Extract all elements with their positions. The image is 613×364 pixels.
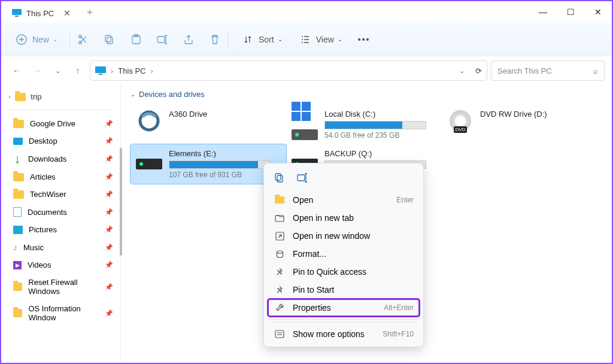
context-item-show-more-options[interactable]: Show more optionsShift+F10 <box>268 325 420 343</box>
context-item-pin-to-start[interactable]: Pin to Start <box>268 281 420 299</box>
minimize-button[interactable]: ― <box>529 1 557 23</box>
chevron-down-icon: ⌄ <box>53 36 57 43</box>
drive-item[interactable]: A360 Drive <box>131 105 286 144</box>
sidebar-item[interactable]: TechWiser📌 <box>1 186 120 203</box>
rename-icon[interactable] <box>294 169 311 186</box>
video-icon: ▶ <box>13 261 22 269</box>
new-button[interactable]: New ⌄ <box>8 29 63 50</box>
new-tab-button[interactable]: ＋ <box>79 1 101 23</box>
recent-dropdown[interactable]: ⌄ <box>49 62 66 79</box>
chevron-down-icon: ⌄ <box>338 36 342 43</box>
close-button[interactable]: ✕ <box>584 1 612 23</box>
address-bar[interactable]: › This PC › ⌄ ⟳ <box>90 60 487 81</box>
refresh-icon[interactable]: ⟳ <box>475 66 482 75</box>
chevron-right-icon[interactable]: › <box>151 66 153 75</box>
context-item-pin-to-quick-access[interactable]: Pin to Quick access <box>268 263 420 281</box>
tab-close-icon[interactable]: ✕ <box>63 8 71 18</box>
chevron-right-icon[interactable]: › <box>111 66 113 75</box>
sidebar-item[interactable]: OS Information Window📌 <box>1 300 120 326</box>
sidebar-label: Videos <box>28 260 51 269</box>
sort-icon <box>241 32 255 47</box>
drive-item[interactable]: DVDDVD RW Drive (D:) <box>442 105 597 144</box>
address-dropdown-icon[interactable]: ⌄ <box>459 67 465 75</box>
folder-icon <box>13 173 24 181</box>
context-shortcut: Enter <box>396 196 414 204</box>
sidebar-item[interactable]: Google Drive📌 <box>1 115 120 132</box>
plus-circle-icon <box>14 32 29 47</box>
folder-icon <box>13 283 22 291</box>
folder-icon <box>13 309 22 317</box>
sidebar-item[interactable]: ▶Videos📌 <box>1 256 120 274</box>
document-icon <box>13 207 22 217</box>
svg-rect-11 <box>99 74 102 75</box>
chevron-right-icon: › <box>8 93 10 100</box>
context-label: Format... <box>293 249 326 259</box>
sidebar-item[interactable]: Reset Firewall Windows📌 <box>1 274 120 300</box>
pin-icon: 📌 <box>105 310 113 317</box>
pin-icon: 📌 <box>105 261 113 269</box>
drive-name: A360 Drive <box>169 110 281 119</box>
svg-rect-19 <box>275 330 284 338</box>
maximize-button[interactable]: ☐ <box>557 1 584 23</box>
copy-icon[interactable] <box>271 169 288 186</box>
context-item-open[interactable]: OpenEnter <box>268 191 420 209</box>
pin-icon: 📌 <box>105 137 113 145</box>
drive-freespace: 54.0 GB free of 235 GB <box>324 131 437 139</box>
pin-icon: 📌 <box>105 155 113 163</box>
window-controls: ― ☐ ✕ <box>529 1 612 23</box>
view-button[interactable]: View ⌄ <box>292 29 348 50</box>
section-label: Devices and drives <box>139 90 205 99</box>
sidebar-item[interactable]: Documents📌 <box>1 203 120 221</box>
desktop-icon <box>13 138 23 145</box>
forward-button[interactable]: → <box>29 62 45 79</box>
sidebar-item[interactable]: ♪Music📌 <box>1 238 120 256</box>
up-button[interactable]: ↑ <box>69 62 86 79</box>
context-item-properties[interactable]: PropertiesAlt+Enter <box>268 299 420 317</box>
titlebar: This PC ✕ ＋ ― ☐ ✕ <box>1 1 612 23</box>
sidebar-label: Reset Firewall Windows <box>28 278 99 296</box>
pin-icon: 📌 <box>105 283 113 291</box>
context-item-format-[interactable]: Format... <box>268 245 420 263</box>
search-icon: ⌕ <box>593 66 598 75</box>
sidebar-item[interactable]: Articles📌 <box>1 168 120 186</box>
context-item-open-in-new-window[interactable]: Open in new window <box>268 227 420 245</box>
download-icon: ⭣ <box>13 154 22 164</box>
drive-item[interactable]: Local Disk (C:)54.0 GB free of 235 GB <box>286 105 442 144</box>
section-devices[interactable]: ⌄ Devices and drives <box>131 90 602 99</box>
delete-icon[interactable] <box>208 32 222 47</box>
svg-rect-7 <box>132 36 140 44</box>
paste-icon[interactable] <box>129 32 143 47</box>
sidebar-item[interactable]: ⭣Downloads📌 <box>1 150 120 168</box>
toolbar-separator <box>69 32 70 47</box>
sidebar-item-trip[interactable]: › trip <box>1 89 120 105</box>
more-button[interactable]: ••• <box>352 31 377 48</box>
toolbar-separator <box>228 32 229 47</box>
share-icon[interactable] <box>181 32 196 47</box>
sidebar-item[interactable]: Desktop📌 <box>1 132 120 150</box>
tab-this-pc[interactable]: This PC ✕ <box>4 4 79 23</box>
pc-icon <box>12 9 22 17</box>
back-button[interactable]: ← <box>8 62 25 79</box>
svg-rect-0 <box>12 9 22 15</box>
breadcrumb-thispc[interactable]: This PC <box>118 66 145 75</box>
svg-rect-14 <box>275 174 281 180</box>
folder-icon <box>13 120 24 128</box>
context-label: Show more options <box>293 329 365 339</box>
drive-name: Elements (E:) <box>169 149 281 158</box>
tab-icon <box>274 214 286 222</box>
sort-button[interactable]: Sort ⌄ <box>235 29 289 50</box>
pc-icon <box>95 66 106 75</box>
search-input[interactable]: Search This PC ⌕ <box>491 60 605 81</box>
drive-item[interactable]: Elements (E:)107 GB free of 931 GB <box>131 144 286 184</box>
context-item-open-in-new-tab[interactable]: Open in new tab <box>268 209 420 227</box>
svg-rect-15 <box>298 175 305 181</box>
rename-icon[interactable] <box>155 32 169 47</box>
copy-icon[interactable] <box>102 32 117 47</box>
pin-icon: 📌 <box>105 208 113 216</box>
pin-icon <box>274 286 286 295</box>
cut-icon[interactable] <box>76 32 90 47</box>
sidebar-item[interactable]: Pictures📌 <box>1 221 120 238</box>
context-label: Open in new window <box>293 231 370 241</box>
context-label: Pin to Quick access <box>293 267 366 277</box>
context-separator <box>269 322 418 323</box>
